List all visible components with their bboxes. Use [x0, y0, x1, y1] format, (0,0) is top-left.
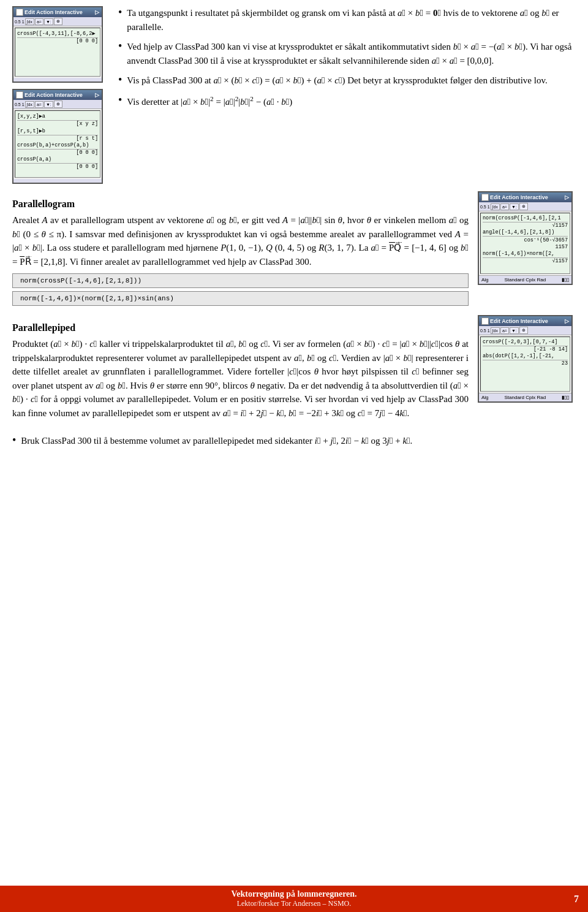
parallellepiped-para-1: Produktet (a⃗ × b⃗) · c⃗ kaller vi tripp…: [12, 337, 469, 420]
calc-toolbar-4[interactable]: 0.5 1 ∫dx a= ▼: ⊕: [479, 326, 571, 335]
toolbar-label-3: 0.5 1: [480, 205, 490, 209]
toolbar-btn-eq-2[interactable]: a=: [35, 101, 43, 108]
bullet-dot-1: •: [118, 6, 122, 34]
screen-3-r3: 1157: [483, 244, 568, 250]
parallellepiped-section: Parallellepiped Produktet (a⃗ × b⃗) · c⃗…: [12, 315, 576, 425]
calc-titlebar-3: ✎ Edit Action Interactive ▷: [479, 192, 571, 202]
parallellogram-paragraph: Arealet A av et parallellogram utspent a…: [12, 213, 469, 268]
calc-title-3: Edit Action Interactive: [490, 194, 548, 200]
screen-4-2: abs(dotP([1,2,-1],[-21,: [483, 353, 568, 359]
calc-arrow-2: ▷: [95, 92, 99, 98]
screen-3-r2: cos⁻¹(50·√3657: [483, 236, 568, 243]
screen-4-1: crossP([-2,0,3],[0,7,-4]: [483, 339, 568, 345]
screen-3-1: norm(crossP([-1,4,6],[2,1: [483, 215, 568, 221]
parallellogram-text: Parallellogram Arealet A av et parallell…: [12, 191, 469, 309]
toolbar-label-1: 0.5 1: [15, 20, 24, 24]
calc-title-1: Edit Action Interactive: [24, 9, 83, 15]
calc-icon-2: ✎: [16, 91, 23, 99]
screen-result-2-4: [0 0 0]: [17, 163, 98, 170]
screen-3-3: norm([-1,4,6])×norm([2,: [483, 251, 568, 257]
screen-line-1-1: crossP([-4,3,11],[-8,6,2▶: [17, 30, 98, 37]
toolbar-btn-dx[interactable]: ∫dx: [25, 18, 34, 25]
calc-widget-2: ✎ Edit Action Interactive ▷ 0.5 1 ∫dx a=…: [12, 89, 103, 184]
bottom-bullet: • Bruk ClassPad 300 til å bestemme volum…: [12, 434, 576, 448]
bullet-3: • Vis på ClassPad 300 at a⃗ × (b⃗ × c⃗) …: [118, 74, 576, 88]
code-box-2: norm([-1,4,6])×(norm([2,1,8])×sin(ans): [12, 291, 469, 306]
screen-result-2-1: [x y z]: [17, 120, 98, 127]
calc-toolbar-1[interactable]: 0.5 1 ∫dx a= ▼: ⊕: [13, 17, 102, 26]
toolbar-btn-v-4[interactable]: ▼:: [510, 327, 519, 334]
toolbar-btn-dx-3[interactable]: ∫dx: [491, 203, 500, 210]
parallellepiped-text: Parallellepiped Produktet (a⃗ × b⃗) · c⃗…: [12, 315, 469, 425]
mode-label-4: Standard Cplx Rad: [504, 395, 546, 400]
toolbar-btn-arrow-4[interactable]: ⊕: [519, 327, 528, 334]
calc-screen-4: crossP([-2,0,3],[0,7,-4] [-21 -8 14] abs…: [480, 336, 570, 392]
toolbar-btn-v[interactable]: ▼:: [44, 18, 53, 25]
top-left-calcs: ✎ Edit Action Interactive ▷ 0.5 1 ∫dx a=…: [12, 6, 103, 184]
battery-4: ▮▯▯: [562, 395, 569, 400]
calc-icon-4: ✎: [481, 317, 489, 325]
toolbar-btn-dx-2[interactable]: ∫dx: [25, 101, 34, 108]
calc-toolbar-2[interactable]: 0.5 1 ∫dx a= ▼: ⊕: [13, 100, 102, 109]
screen-result-1: [0 0 0]: [17, 37, 98, 44]
parallellepiped-title: Parallellepiped: [12, 322, 469, 333]
battery-3: ▮▯▯: [562, 277, 569, 283]
bullet-content-3: Vis på ClassPad 300 at a⃗ × (b⃗ × c⃗) = …: [127, 74, 576, 88]
top-section: ✎ Edit Action Interactive ▷ 0.5 1 ∫dx a=…: [12, 6, 576, 184]
screen-result-2-2: [r s t]: [17, 135, 98, 142]
screen-line-2-3: crossP(b,a)+crossP(a,b): [17, 142, 98, 148]
toolbar-btn-arrow[interactable]: ⊕: [54, 18, 62, 25]
screen-3-r4: √1157: [483, 257, 568, 264]
bottom-bullet-content: Bruk ClassPad 300 til å bestemme volumet…: [21, 434, 576, 448]
calc-widget-3: ✎ Edit Action Interactive ▷ 0.5 1 ∫dx a=…: [478, 191, 573, 285]
bullet-4: • Vis deretter at |a⃗ × b⃗|2 = |a⃗|2|b⃗|…: [118, 94, 576, 109]
bullet-dot-2: •: [118, 40, 122, 67]
parallellogram-calc: ✎ Edit Action Interactive ▷ 0.5 1 ∫dx a=…: [478, 191, 576, 309]
toolbar-btn-dx-4[interactable]: ∫dx: [491, 327, 500, 334]
page-footer: Vektorregning på lommeregneren. Lektor/f…: [0, 886, 588, 912]
calc-screen-2: [x,y,z]▶a [x y z] [r,s,t]▶b [r s t] cros…: [15, 110, 100, 178]
calc-widget-1: ✎ Edit Action Interactive ▷ 0.5 1 ∫dx a=…: [12, 6, 103, 83]
calc-arrow-3: ▷: [565, 194, 569, 200]
calc-titlebar-4: ✎ Edit Action Interactive ▷: [479, 316, 571, 326]
code-box-1: norm(crossP([-1,4,6],[2,1,8])): [12, 273, 469, 288]
screen-line-2-2: [r,s,t]▶b: [17, 127, 98, 134]
bottom-bullet-dot: •: [12, 434, 16, 448]
screen-4-r1: [-21 -8 14]: [483, 346, 568, 352]
calc-toolbar-3[interactable]: 0.5 1 ∫dx a= ▼: ⊕: [479, 202, 571, 211]
toolbar-btn-eq-3[interactable]: a=: [500, 203, 509, 210]
mode-label-3: Standard Cplx Rad: [504, 277, 546, 283]
parallellogram-title: Parallellogram: [12, 199, 469, 210]
page-number: 7: [574, 894, 579, 905]
screen-3-2: angle([-1,4,6],[2,1,8]): [483, 229, 568, 235]
calc-icon-1: ✎: [16, 9, 23, 16]
calc-titlebar-1: ✎ Edit Action Interactive ▷: [13, 7, 102, 17]
calc-scroll-1: [13, 78, 102, 82]
alg-label-4: Alg: [481, 395, 489, 400]
screen-4-r2: 23: [483, 360, 568, 367]
toolbar-label-2: 0.5 1: [15, 102, 24, 107]
toolbar-btn-eq-4[interactable]: a=: [500, 327, 509, 334]
calc-bottom-4: Alg Standard Cplx Rad ▮▯▯: [479, 393, 571, 401]
bullet-dot-4: •: [118, 94, 122, 109]
page-container: ✎ Edit Action Interactive ▷ 0.5 1 ∫dx a=…: [0, 0, 588, 912]
calc-arrow-1: ▷: [95, 9, 99, 15]
toolbar-btn-arrow-2[interactable]: ⊕: [54, 101, 62, 108]
calc-screen-3: norm(crossP([-1,4,6],[2,1 √1157 angle([-…: [480, 213, 570, 274]
screen-3-r1: √1157: [483, 222, 568, 229]
calc-screen-1: crossP([-4,3,11],[-8,6,2▶ [0 0 0]: [15, 28, 100, 77]
bullet-content-4: Vis deretter at |a⃗ × b⃗|2 = |a⃗|2|b⃗|2 …: [127, 94, 576, 109]
screen-result-2-3: [0 0 0]: [17, 149, 98, 156]
toolbar-btn-v-2[interactable]: ▼:: [44, 101, 53, 108]
parallellogram-section: Parallellogram Arealet A av et parallell…: [12, 191, 576, 309]
calc-title-4: Edit Action Interactive: [490, 318, 548, 324]
toolbar-btn-v-3[interactable]: ▼:: [510, 203, 519, 210]
calc-bottom-3: Alg Standard Cplx Rad ▮▯▯: [479, 275, 571, 284]
toolbar-label-4: 0.5 1: [480, 329, 490, 333]
toolbar-btn-arrow-3[interactable]: ⊕: [519, 203, 528, 210]
toolbar-btn-eq[interactable]: a=: [35, 18, 43, 25]
parallellepiped-calc: ✎ Edit Action Interactive ▷ 0.5 1 ∫dx a=…: [478, 315, 576, 425]
top-right-content: • Ta utgangspunkt i resultatet på skjerm…: [112, 6, 576, 184]
bullet-1: • Ta utgangspunkt i resultatet på skjerm…: [118, 6, 576, 34]
calc-arrow-4: ▷: [565, 318, 569, 324]
